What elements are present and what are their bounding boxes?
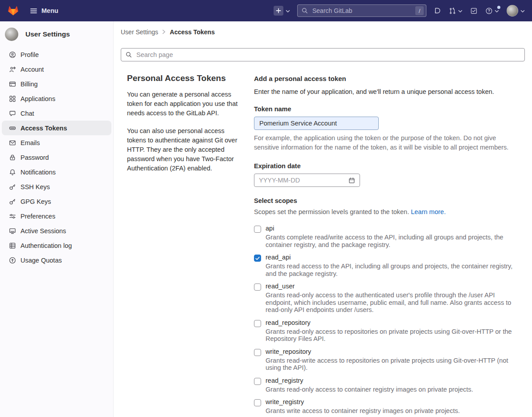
merge-requests-button[interactable]	[449, 7, 462, 15]
scope-checkbox[interactable]	[254, 226, 261, 233]
scope-checkbox[interactable]	[254, 378, 261, 385]
billing-icon	[9, 81, 16, 88]
token-name-label: Token name	[254, 105, 519, 113]
sidebar-item-label: SSH Keys	[20, 183, 50, 190]
scope-label[interactable]: api	[266, 225, 519, 232]
scope-label[interactable]: write_repository	[266, 348, 519, 355]
sidebar-item-chat[interactable]: Chat	[0, 106, 113, 121]
sidebar-item-emails[interactable]: Emails	[0, 135, 113, 150]
page-title: Personal Access Tokens	[127, 73, 241, 83]
scope-label[interactable]: write_registry	[266, 398, 460, 405]
sidebar-item-gpg-keys[interactable]: GPG Keys	[0, 194, 113, 209]
scope-label[interactable]: read_registry	[266, 377, 473, 384]
sidebar-item-active-sessions[interactable]: Active Sessions	[0, 223, 113, 238]
scope-checkbox[interactable]	[254, 255, 261, 262]
scope-description: Grants read-write access to repositories…	[266, 357, 519, 372]
expiration-date-input[interactable]: YYYY-MM-DD	[254, 174, 360, 187]
breadcrumb-parent[interactable]: User Settings	[121, 28, 158, 36]
hamburger-menu-icon	[30, 7, 37, 15]
sidebar-item-password[interactable]: Password	[0, 150, 113, 165]
sidebar-item-label: Preferences	[20, 213, 55, 220]
chevron-right-icon	[162, 28, 166, 36]
scope-checkbox[interactable]	[254, 283, 261, 291]
issues-icon	[434, 7, 441, 15]
scope-checkbox[interactable]	[254, 399, 261, 406]
todo-list-button[interactable]	[470, 7, 478, 15]
chevron-down-icon	[286, 7, 290, 15]
token-form: Add a personal access token Enter the na…	[254, 71, 525, 417]
chevron-down-icon	[520, 7, 525, 15]
form-intro: Enter the name of your application, and …	[254, 88, 519, 95]
scopes-list: api Grants complete read/write access to…	[254, 225, 519, 415]
calendar-icon	[348, 177, 355, 184]
sidebar-item-label: GPG Keys	[20, 198, 51, 205]
account-icon	[9, 66, 16, 73]
date-placeholder: YYYY-MM-DD	[259, 177, 300, 184]
menu-label: Menu	[41, 7, 58, 14]
sidebar-item-ssh-keys[interactable]: SSH Keys	[0, 179, 113, 194]
todo-list-icon	[470, 7, 478, 15]
sidebar-item-authentication-log[interactable]: Authentication log	[0, 238, 113, 253]
global-search-input[interactable]	[311, 7, 412, 15]
page-search[interactable]	[121, 48, 525, 61]
menu-button[interactable]: Menu	[30, 7, 58, 15]
user-menu-button[interactable]	[507, 5, 525, 16]
chat-icon	[9, 110, 16, 117]
help-button[interactable]	[485, 7, 499, 15]
sidebar-item-label: Password	[20, 154, 49, 161]
preferences-icon	[9, 213, 16, 220]
section-description: Personal Access Tokens You can generate …	[121, 71, 241, 417]
scope-option-read_api: read_api Grants read access to the API, …	[254, 254, 519, 277]
token-name-help: For example, the application using the t…	[254, 134, 519, 152]
global-search[interactable]: /	[297, 4, 426, 17]
notifications-icon	[9, 169, 16, 176]
scopes-intro-text: Scopes set the permission levels granted…	[254, 208, 409, 215]
sidebar-item-profile[interactable]: Profile	[0, 47, 113, 62]
scope-checkbox[interactable]	[254, 320, 261, 327]
sidebar-item-applications[interactable]: Applications	[0, 91, 113, 106]
check-icon	[255, 256, 260, 260]
sidebar-item-usage-quotas[interactable]: Usage Quotas	[0, 253, 113, 267]
sidebar-item-label: Applications	[20, 95, 55, 102]
scope-label[interactable]: read_user	[266, 283, 519, 290]
sidebar-item-account[interactable]: Account	[0, 62, 113, 77]
emails-icon	[9, 139, 16, 146]
sidebar-item-preferences[interactable]: Preferences	[0, 209, 113, 223]
search-shortcut-key: /	[415, 6, 424, 15]
sidebar-item-label: Emails	[20, 139, 40, 146]
token-name-input[interactable]	[254, 117, 379, 130]
avatar	[5, 28, 18, 41]
scopes-intro: Scopes set the permission levels granted…	[254, 208, 519, 215]
scope-description: Grants read-only access to container reg…	[266, 386, 473, 393]
plus-icon	[274, 6, 283, 16]
scope-option-read_user: read_user Grants read-only access to the…	[254, 283, 519, 314]
new-menu-button[interactable]	[274, 6, 290, 16]
breadcrumb-current: Access Tokens	[170, 28, 215, 36]
sidebar-item-label: Usage Quotas	[20, 257, 62, 264]
learn-more-link[interactable]: Learn more.	[411, 208, 446, 215]
scope-description: Grants read-only access to the authentic…	[266, 291, 519, 314]
issues-button[interactable]	[434, 7, 441, 15]
scope-option-read_repository: read_repository Grants read-only access …	[254, 319, 519, 343]
scope-label[interactable]: read_api	[266, 254, 519, 261]
sidebar-item-label: Active Sessions	[20, 227, 66, 235]
search-icon	[126, 52, 132, 58]
authentication-log-icon	[9, 242, 16, 249]
scope-option-read_registry: read_registry Grants read-only access to…	[254, 377, 519, 393]
form-heading: Add a personal access token	[254, 75, 519, 82]
description-paragraph: You can also use personal access tokens …	[127, 126, 241, 173]
scope-option-write_registry: write_registry Grants write access to co…	[254, 398, 519, 415]
gitlab-logo[interactable]	[7, 5, 19, 16]
sidebar-item-access-tokens[interactable]: Access Tokens	[2, 121, 111, 135]
sidebar-item-notifications[interactable]: Notifications	[0, 165, 113, 179]
scope-option-write_repository: write_repository Grants read-write acces…	[254, 348, 519, 372]
password-icon	[9, 154, 16, 161]
expiration-date-label: Expiration date	[254, 162, 519, 170]
page-search-input[interactable]	[135, 51, 520, 59]
active-sessions-icon	[9, 227, 16, 235]
sidebar-item-billing[interactable]: Billing	[0, 77, 113, 91]
scope-checkbox[interactable]	[254, 349, 261, 356]
chevron-down-icon	[458, 7, 462, 15]
scope-label[interactable]: read_repository	[266, 319, 519, 326]
search-icon	[302, 8, 308, 14]
